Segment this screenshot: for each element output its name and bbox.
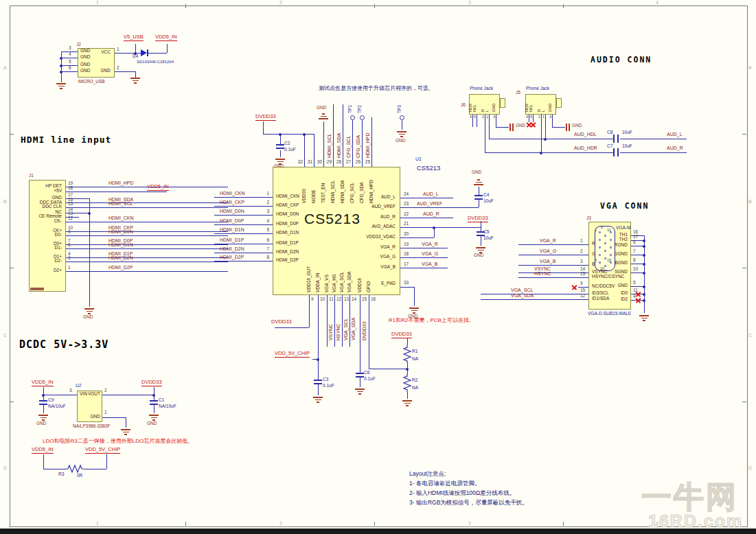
- component-label: VGA-M: [616, 226, 630, 231]
- net-label: VGA_SDA: [511, 293, 534, 298]
- frame-label: B: [748, 199, 752, 204]
- net-label: VGA_R: [422, 242, 438, 246]
- wire: [263, 134, 314, 135]
- component-label: R2: [412, 378, 417, 383]
- wire: [485, 152, 614, 153]
- component-label: Phone Jack: [526, 86, 549, 91]
- junction-dot: [60, 71, 62, 73]
- pin-name: VDD33_VDAC: [352, 235, 396, 240]
- net-label: DVDD33: [362, 321, 367, 340]
- wire: [66, 202, 228, 203]
- resistor-r3: [66, 465, 84, 473]
- component-label: 0.1uF: [284, 148, 296, 152]
- frame-tick: [185, 522, 186, 526]
- power-net-label: DVDD33: [255, 114, 276, 121]
- pin-number: 23: [404, 202, 409, 207]
- pin-name: VGA_SDA: [347, 271, 352, 292]
- pin-number: 5: [69, 60, 71, 65]
- net-label: HDMI_CKP: [220, 200, 244, 205]
- pin-name: ID0: [600, 291, 628, 296]
- gnd-symbol: [124, 434, 127, 435]
- pin-name: GND: [80, 49, 90, 54]
- pin-number: 18: [68, 186, 73, 191]
- pin-number: 18: [404, 252, 409, 257]
- frame-tick: [742, 268, 746, 268]
- wire: [400, 207, 479, 208]
- junction-dot: [643, 254, 645, 257]
- pin-name: GND: [80, 55, 90, 60]
- net-label: VGA_SDA: [351, 318, 356, 340]
- net-label: AUD_R: [667, 146, 683, 150]
- gnd-label: GND: [572, 124, 582, 128]
- section-title: VGA CONN: [600, 202, 649, 211]
- gnd-symbol: [478, 250, 484, 251]
- wire: [327, 295, 328, 347]
- junction-dot: [279, 133, 282, 136]
- pin-number: 7: [260, 247, 269, 252]
- pin-number: 4: [633, 294, 636, 299]
- net-label: VGA_B: [422, 262, 437, 266]
- pin-number: 11: [607, 229, 611, 233]
- wire: [362, 120, 363, 167]
- gnd-symbol: [87, 311, 93, 312]
- gnd-symbol: [400, 136, 403, 137]
- net-label: AUD_VREF: [417, 201, 442, 206]
- wire: [479, 200, 479, 207]
- component-label: 0.1uF: [364, 377, 376, 382]
- frame-tick: [742, 134, 746, 135]
- wire: [414, 287, 415, 306]
- component-label: VGA-D-SUB15-MALE: [588, 312, 631, 316]
- capacitor-plate: [356, 373, 364, 374]
- wire: [66, 207, 228, 208]
- wire: [106, 454, 107, 469]
- junction-dot: [42, 394, 45, 397]
- wire: [472, 115, 473, 127]
- wire: [400, 218, 453, 218]
- test-point-icon: [400, 115, 404, 120]
- pin-number: 31: [306, 160, 312, 165]
- capacitor-plate: [474, 198, 483, 200]
- wire: [66, 222, 228, 222]
- frame-tick: [563, 4, 564, 8]
- net-label: HSYNC: [336, 323, 341, 340]
- gnd-symbol: [476, 182, 482, 183]
- pin-name: G: [592, 252, 595, 257]
- gnd-symbol: [313, 397, 323, 398]
- frame-label: 2: [279, 521, 282, 526]
- frame-tick: [374, 4, 375, 8]
- gnd-label: GND: [274, 164, 284, 169]
- capacitor-plate: [314, 380, 322, 381]
- wire: [309, 295, 310, 327]
- wire: [407, 338, 408, 345]
- wire: [66, 248, 228, 249]
- net-label: HDMI_D1N: [108, 242, 133, 247]
- net-label: VSYNC: [328, 324, 333, 340]
- frame-label: B: [3, 199, 7, 204]
- junction-dot: [433, 227, 435, 229]
- net-label: HDMI_D2N: [108, 255, 133, 260]
- wire: [66, 262, 228, 262]
- wire: [43, 405, 44, 413]
- pin-name: VGA_SCL: [340, 272, 345, 292]
- frame-tick: [374, 522, 375, 526]
- pin-name: GND: [549, 104, 553, 112]
- wire: [369, 295, 369, 369]
- pin-number: 9: [580, 281, 583, 286]
- wire: [126, 417, 126, 428]
- gnd-symbol: [643, 320, 645, 321]
- wire: [400, 257, 448, 258]
- dsub-pin-hole: [604, 257, 606, 259]
- wire: [323, 121, 324, 167]
- pin-number: 12: [336, 297, 341, 302]
- gnd-symbol: [41, 417, 47, 419]
- junction-dot: [643, 240, 645, 242]
- gnd-symbol: [411, 310, 417, 312]
- pin-number: 25: [364, 160, 370, 165]
- wire: [541, 115, 542, 152]
- pin-name: VGA_G: [352, 255, 396, 259]
- component-label: C2: [284, 141, 290, 146]
- power-net-label: VDD5_IN: [155, 34, 177, 41]
- wire: [280, 150, 281, 157]
- wire: [479, 187, 479, 195]
- note: 测试点也是方便使用于升级芯片程序的，可选。: [319, 86, 434, 91]
